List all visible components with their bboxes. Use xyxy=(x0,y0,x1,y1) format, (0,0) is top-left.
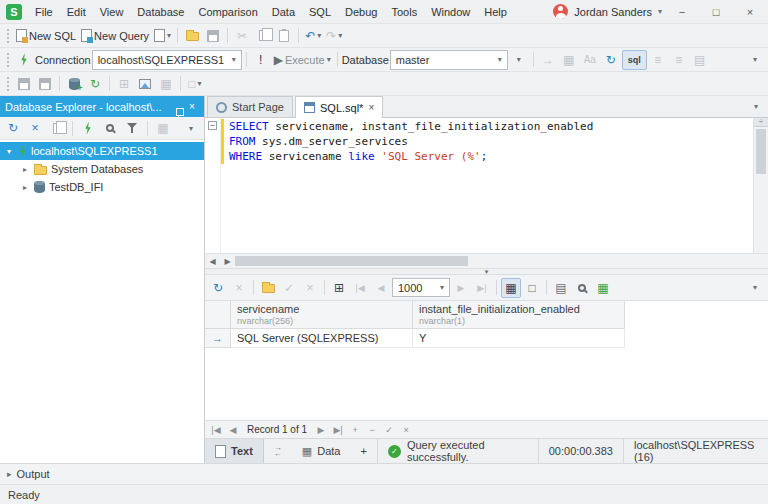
open-file-button[interactable] xyxy=(182,26,202,46)
explorer-close-button[interactable]: × xyxy=(185,101,199,112)
window-layout-dropdown[interactable]: □ ▾ xyxy=(185,74,205,94)
editor-gutter[interactable]: − xyxy=(205,118,221,253)
table-view-button[interactable]: ▦ xyxy=(559,50,579,70)
tab-text[interactable]: Text xyxy=(205,439,264,463)
results-splitter[interactable]: ▾ xyxy=(205,268,768,275)
collapse-arrow-icon[interactable]: ▾ xyxy=(485,268,489,275)
history-dropdown[interactable]: ▾ xyxy=(509,50,529,70)
tab-sql-document[interactable]: SQL.sql* × xyxy=(295,96,383,118)
explorer-layout-button[interactable]: ▦ xyxy=(153,118,173,138)
editor-split-handle[interactable]: ÷ xyxy=(754,118,768,127)
hscroll-thumb[interactable] xyxy=(235,256,468,266)
last-record-button[interactable]: ▶| xyxy=(332,425,344,435)
code-line[interactable]: WHERE servicename like 'SQL Server (%'; xyxy=(221,149,753,164)
explorer-search-button[interactable] xyxy=(100,118,120,138)
tab-list-dropdown[interactable]: ▾ xyxy=(746,97,766,117)
output-caret-icon[interactable]: ▸ xyxy=(7,469,12,479)
menu-database[interactable]: Database xyxy=(130,3,191,21)
append-record-button[interactable]: + xyxy=(349,425,361,435)
menu-tools[interactable]: Tools xyxy=(384,3,424,21)
last-page-button[interactable]: ▶| xyxy=(472,278,492,298)
grid-view-button[interactable]: ▦ xyxy=(501,278,521,298)
menu-edit[interactable]: Edit xyxy=(60,3,93,21)
caret-right-icon[interactable]: ▸ xyxy=(20,183,30,192)
menu-sql[interactable]: SQL xyxy=(302,3,338,21)
paste-button[interactable] xyxy=(274,26,294,46)
indent-button[interactable]: → xyxy=(538,50,558,70)
code-area[interactable]: SELECT servicename, instant_file_initial… xyxy=(221,118,753,253)
editor-horizontal-scrollbar[interactable]: ◀ ▶ xyxy=(205,253,768,268)
prev-page-button[interactable]: ◀ xyxy=(371,278,391,298)
image-viewer-button[interactable] xyxy=(135,74,155,94)
execute-button[interactable]: ▶ Execute ▾ xyxy=(272,50,333,70)
refresh-schema-button[interactable]: ↻ xyxy=(85,74,105,94)
new-document-dropdown[interactable]: ▾ xyxy=(152,26,173,46)
column-header-ifi-enabled[interactable]: instant_file_initialization_enabled nvar… xyxy=(413,301,625,329)
add-view-button[interactable]: + xyxy=(350,439,376,463)
tab-start-page[interactable]: Start Page xyxy=(207,96,293,117)
card-view-button[interactable]: ▤ xyxy=(551,278,571,298)
delete-record-button[interactable]: − xyxy=(366,425,378,435)
maximize-button[interactable]: □ xyxy=(702,2,730,22)
tree-item-testdb[interactable]: ▸ TestDB_IFI xyxy=(0,178,204,196)
next-page-button[interactable]: ▶ xyxy=(451,278,471,298)
text-case-button[interactable]: Aa xyxy=(580,50,600,70)
cell-ifi-enabled[interactable]: Y xyxy=(413,329,625,348)
attach-database-button[interactable] xyxy=(64,74,84,94)
format-sql-button[interactable]: ≡ xyxy=(648,50,668,70)
toolbar-grip[interactable] xyxy=(7,77,9,91)
connection-combo[interactable]: localhost\SQLEXPRESS1 ▾ xyxy=(92,50,242,70)
hscroll-left-button[interactable]: ◀ xyxy=(205,254,220,268)
copy-button[interactable] xyxy=(253,26,273,46)
paging-toggle-button[interactable]: ⊞ xyxy=(329,278,349,298)
disconnect-button[interactable]: × xyxy=(25,118,45,138)
row-selector-cell[interactable]: → xyxy=(205,329,231,348)
save-button[interactable] xyxy=(203,26,223,46)
minimize-button[interactable]: − xyxy=(668,2,696,22)
user-name[interactable]: Jordan Sanders xyxy=(574,6,652,18)
editor-vertical-scrollbar[interactable]: ÷ xyxy=(753,118,768,253)
new-sql-button[interactable]: New SQL xyxy=(14,26,78,46)
aggregates-button[interactable]: ▦ xyxy=(593,278,613,298)
save-results-button[interactable] xyxy=(14,74,34,94)
toolbar-grip[interactable] xyxy=(7,29,9,43)
grid-corner-cell[interactable] xyxy=(205,301,231,329)
code-line[interactable]: FROM sys.dm_server_services xyxy=(221,134,753,149)
prev-record-button[interactable]: ◀ xyxy=(227,425,239,435)
cell-servicename[interactable]: SQL Server (SQLEXPRESS) xyxy=(231,329,413,348)
tab-data[interactable]: ▦ Data xyxy=(292,439,351,463)
menu-debug[interactable]: Debug xyxy=(338,3,384,21)
menu-view[interactable]: View xyxy=(93,3,131,21)
tree-item-system-databases[interactable]: ▸ System Databases xyxy=(0,160,204,178)
output-panel-header[interactable]: ▸ Output xyxy=(0,463,768,484)
sql-editor[interactable]: − SELECT servicename, instant_file_initi… xyxy=(205,118,768,268)
refresh-button[interactable]: ↻ xyxy=(601,50,621,70)
commit-button[interactable]: ✓ xyxy=(279,278,299,298)
fold-marker[interactable]: − xyxy=(208,121,217,130)
menu-help[interactable]: Help xyxy=(477,3,514,21)
find-in-results-button[interactable] xyxy=(572,278,592,298)
stop-results-button[interactable]: × xyxy=(229,278,249,298)
swap-views-button[interactable]: →← xyxy=(264,439,292,463)
hscroll-right-button[interactable]: ▶ xyxy=(220,254,235,268)
new-query-button[interactable]: New Query xyxy=(79,26,151,46)
explorer-copy-button[interactable] xyxy=(47,118,67,138)
data-editor-button[interactable]: ▦ xyxy=(156,74,176,94)
connection-button[interactable] xyxy=(14,50,34,70)
cancel-edit-button[interactable]: × xyxy=(400,425,412,435)
first-page-button[interactable]: |◀ xyxy=(350,278,370,298)
page-size-combo[interactable]: 1000 ▾ xyxy=(392,278,450,297)
database-combo[interactable]: master ▾ xyxy=(390,50,508,70)
user-avatar[interactable] xyxy=(553,4,568,19)
tab-close-icon[interactable]: × xyxy=(368,102,374,113)
explorer-filter-button[interactable] xyxy=(122,118,142,138)
menu-file[interactable]: File xyxy=(28,3,60,21)
close-button[interactable]: × xyxy=(736,2,764,22)
toolbar-grip[interactable] xyxy=(7,53,9,67)
results-overflow[interactable]: ▾ xyxy=(745,278,765,298)
results-grid[interactable]: servicename nvarchar(256) instant_file_i… xyxy=(205,301,768,420)
post-edit-button[interactable]: ✓ xyxy=(383,425,395,435)
user-dropdown-icon[interactable]: ▾ xyxy=(658,7,662,16)
next-record-button[interactable]: ▶ xyxy=(315,425,327,435)
validate-button[interactable]: ! xyxy=(251,50,271,70)
